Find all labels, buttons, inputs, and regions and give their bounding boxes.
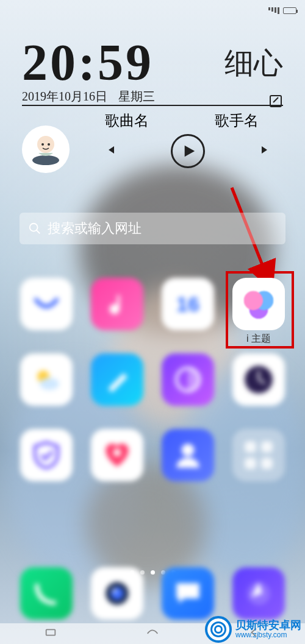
svg-point-17 bbox=[111, 587, 124, 600]
dock bbox=[13, 567, 292, 620]
app-notes[interactable] bbox=[84, 353, 150, 418]
app-more[interactable] bbox=[226, 429, 292, 494]
dock-messages[interactable] bbox=[162, 567, 214, 620]
svg-rect-12 bbox=[245, 441, 256, 453]
search-icon bbox=[28, 222, 41, 235]
play-button[interactable] bbox=[171, 134, 205, 168]
svg-point-1 bbox=[32, 155, 59, 165]
app-contacts[interactable] bbox=[155, 429, 221, 494]
svg-point-2 bbox=[37, 136, 54, 153]
app-vivo-store[interactable] bbox=[13, 278, 79, 342]
watermark: 贝斯特安卓网 www.zjbsty.com bbox=[205, 616, 301, 643]
watermark-brand: 贝斯特安卓网 bbox=[235, 620, 301, 632]
svg-point-4 bbox=[48, 143, 50, 146]
app-weather[interactable] bbox=[13, 353, 79, 418]
next-track-button[interactable] bbox=[260, 144, 271, 158]
svg-rect-20 bbox=[46, 629, 56, 635]
signal-icon bbox=[268, 7, 279, 14]
search-bar[interactable]: 搜索或输入网址 bbox=[20, 213, 285, 244]
clock-widget[interactable]: 20:59 2019年10月16日 星期三 细心 bbox=[22, 33, 283, 105]
song-name-label: 歌曲名 bbox=[105, 111, 149, 130]
date-label: 2019年10月16日 bbox=[22, 88, 107, 105]
app-health[interactable] bbox=[84, 429, 150, 494]
svg-point-5 bbox=[30, 224, 38, 232]
dock-phone[interactable] bbox=[20, 567, 73, 620]
battery-icon bbox=[283, 7, 296, 14]
svg-point-7 bbox=[40, 378, 59, 390]
edit-icon[interactable] bbox=[268, 94, 283, 108]
app-grid: 16 i 主题 bbox=[13, 278, 292, 494]
motto-label: 细心 bbox=[224, 44, 283, 83]
app-calendar[interactable]: 16 bbox=[155, 278, 221, 342]
search-placeholder: 搜索或输入网址 bbox=[48, 219, 142, 238]
svg-point-10 bbox=[113, 449, 121, 457]
music-widget: 歌曲名 歌手名 bbox=[22, 116, 283, 183]
svg-rect-0 bbox=[270, 96, 281, 107]
svg-rect-14 bbox=[245, 458, 256, 469]
svg-rect-15 bbox=[261, 458, 273, 469]
artist-name-label: 歌手名 bbox=[215, 111, 259, 130]
app-security[interactable] bbox=[13, 429, 79, 494]
watermark-url: www.zjbsty.com bbox=[235, 631, 301, 639]
svg-point-11 bbox=[182, 444, 195, 456]
app-theme-label: i 主题 bbox=[246, 333, 271, 342]
divider bbox=[22, 105, 283, 106]
watermark-logo-icon bbox=[205, 616, 232, 643]
weekday-label: 星期三 bbox=[118, 88, 155, 105]
home-screen: 20:59 2019年10月16日 星期三 细心 歌曲名 歌手名 bbox=[0, 0, 305, 644]
svg-point-3 bbox=[41, 143, 44, 146]
app-gallery[interactable] bbox=[155, 353, 221, 418]
nav-home-button[interactable] bbox=[146, 626, 159, 642]
album-art[interactable] bbox=[22, 126, 70, 173]
status-bar bbox=[0, 0, 305, 21]
svg-point-18 bbox=[113, 589, 117, 593]
nav-recent-button[interactable] bbox=[44, 626, 57, 642]
dock-camera[interactable] bbox=[91, 567, 143, 620]
prev-track-button[interactable] bbox=[105, 144, 116, 158]
app-theme[interactable]: i 主题 bbox=[226, 278, 292, 342]
dock-browser[interactable] bbox=[232, 567, 285, 620]
theme-icon bbox=[241, 286, 276, 322]
svg-rect-13 bbox=[261, 441, 273, 453]
app-clock[interactable] bbox=[226, 353, 292, 418]
app-music[interactable] bbox=[84, 278, 150, 342]
